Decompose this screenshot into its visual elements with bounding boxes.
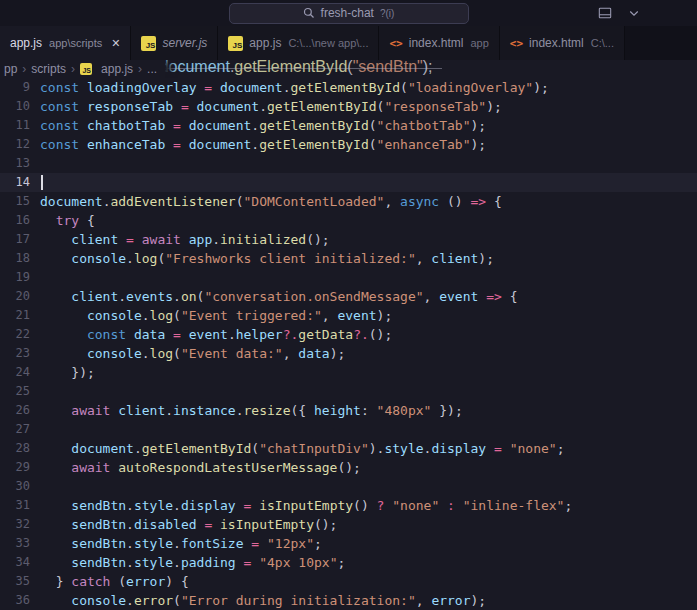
code-token: ); xyxy=(478,251,494,266)
line-number[interactable]: 34 xyxy=(0,553,30,572)
code-token xyxy=(40,232,71,247)
line-number[interactable]: 28 xyxy=(0,439,30,458)
code-line[interactable]: 33 sendBtn.style.fontSize = "12px"; xyxy=(0,534,697,553)
code-line[interactable]: 32 sendBtn.disabled = isInputEmpty(); xyxy=(0,515,697,534)
code-token xyxy=(40,593,71,608)
code-line[interactable]: 29 await autoRespondLatestUserMessage(); xyxy=(0,458,697,477)
line-number[interactable]: 29 xyxy=(0,458,30,477)
line-number[interactable]: 21 xyxy=(0,306,30,325)
line-number[interactable]: 25 xyxy=(0,382,30,401)
code-line[interactable]: 27 xyxy=(0,420,697,439)
code-line[interactable]: 13 xyxy=(0,154,697,173)
close-icon[interactable]: ✕ xyxy=(111,37,120,50)
code-line[interactable]: 25 xyxy=(0,382,697,401)
code-line[interactable]: 36 console.error("Error during initializ… xyxy=(0,591,697,610)
line-number[interactable]: 11 xyxy=(0,116,30,135)
code-token: ?. xyxy=(353,327,369,342)
editor-tab[interactable]: <>index.htmlC:\... xyxy=(500,26,625,60)
chevron-down-icon[interactable] xyxy=(628,7,640,19)
line-number[interactable]: 24 xyxy=(0,363,30,382)
code-line[interactable]: 11const chatbotTab = document.getElement… xyxy=(0,116,697,135)
editor-tab[interactable]: <>index.htmlapp xyxy=(379,26,499,60)
line-number[interactable]: 15 xyxy=(0,192,30,211)
code-token: catch xyxy=(71,574,110,589)
code-token: . xyxy=(134,441,142,456)
code-token: log xyxy=(150,308,173,323)
line-number[interactable]: 20 xyxy=(0,287,30,306)
code-token: . xyxy=(142,346,150,361)
code-text: } catch (error) { xyxy=(40,572,189,591)
code-token: style xyxy=(384,441,423,456)
line-number[interactable]: 23 xyxy=(0,344,30,363)
line-number[interactable]: 14 xyxy=(0,173,30,192)
code-token: { xyxy=(79,213,95,228)
breadcrumb-item[interactable]: ... xyxy=(147,62,157,76)
code-line[interactable]: 35 } catch (error) { xyxy=(0,572,697,591)
code-line[interactable]: 20 client.events.on("conversation.onSend… xyxy=(0,287,697,306)
code-line[interactable]: 10const responseTab = document.getElemen… xyxy=(0,97,697,116)
layout-panel-icon[interactable] xyxy=(598,6,612,20)
code-line[interactable]: 34 sendBtn.style.padding = "4px 10px"; xyxy=(0,553,697,572)
code-token: () xyxy=(353,498,369,513)
code-area[interactable]: 9const loadingOverlay = document.getElem… xyxy=(0,78,697,610)
line-number[interactable]: 27 xyxy=(0,420,30,439)
code-line[interactable]: 18 console.log("Freshworks client initia… xyxy=(0,249,697,268)
breadcrumb-item[interactable]: scripts xyxy=(31,62,66,76)
code-text: }); xyxy=(40,363,95,382)
line-number[interactable]: 22 xyxy=(0,325,30,344)
code-line[interactable]: 19 xyxy=(0,268,697,287)
code-token: = xyxy=(118,232,141,247)
line-number[interactable]: 31 xyxy=(0,496,30,515)
tab-description: app\scripts xyxy=(49,37,102,49)
line-number[interactable]: 26 xyxy=(0,401,30,420)
editor-tab[interactable]: JSapp.jsC:\...\new app\... xyxy=(218,26,379,60)
js-file-icon: JS xyxy=(141,36,156,51)
code-token: (); xyxy=(369,327,392,342)
code-token: . xyxy=(251,137,259,152)
line-number[interactable]: 33 xyxy=(0,534,30,553)
line-number[interactable]: 19 xyxy=(0,268,30,287)
code-line[interactable]: 26 await client.instance.resize({ height… xyxy=(0,401,697,420)
code-line[interactable]: 12const enhanceTab = document.getElement… xyxy=(0,135,697,154)
code-line[interactable]: 31 sendBtn.style.display = isInputEmpty(… xyxy=(0,496,697,515)
breadcrumb-item[interactable]: app.js xyxy=(101,62,133,76)
code-text: const data = event.helper?.getData?.(); xyxy=(40,325,392,344)
line-number[interactable]: 9 xyxy=(0,78,30,97)
code-token: "4px 10px" xyxy=(259,555,337,570)
line-number[interactable]: 13 xyxy=(0,154,30,173)
line-number[interactable]: 35 xyxy=(0,572,30,591)
code-line[interactable]: 24 }); xyxy=(0,363,697,382)
code-token: data xyxy=(298,346,329,361)
code-token: fontSize xyxy=(181,536,244,551)
code-line[interactable]: 17 client = await app.initialized(); xyxy=(0,230,697,249)
code-token: = xyxy=(173,99,196,114)
code-text: await client.instance.resize({ height: "… xyxy=(40,401,463,420)
code-token: }); xyxy=(71,365,94,380)
line-number[interactable]: 18 xyxy=(0,249,30,268)
code-line[interactable]: 22 const data = event.helper?.getData?.(… xyxy=(0,325,697,344)
line-number[interactable]: 17 xyxy=(0,230,30,249)
editor-tab[interactable]: JSserver.js xyxy=(131,26,218,60)
line-number[interactable]: 30 xyxy=(0,477,30,496)
line-number[interactable]: 12 xyxy=(0,135,30,154)
code-token: client xyxy=(71,289,118,304)
line-number[interactable]: 10 xyxy=(0,97,30,116)
line-number[interactable]: 16 xyxy=(0,211,30,230)
code-token: = xyxy=(197,517,220,532)
code-line[interactable]: 23 console.log("Event data:", data); xyxy=(0,344,697,363)
line-number[interactable]: 32 xyxy=(0,515,30,534)
code-line[interactable]: 28 document.getElementById("chatInputDiv… xyxy=(0,439,697,458)
code-line[interactable]: 16 try { xyxy=(0,211,697,230)
code-line[interactable]: 9const loadingOverlay = document.getElem… xyxy=(0,78,697,97)
code-line[interactable]: 21 console.log("Event triggered:", event… xyxy=(0,306,697,325)
line-number[interactable]: 36 xyxy=(0,591,30,610)
editor-tab[interactable]: app.jsapp\scripts✕ xyxy=(0,26,131,60)
code-token: . xyxy=(236,403,244,418)
code-line[interactable]: 30 xyxy=(0,477,697,496)
code-line[interactable]: 15document.addEventListener("DOMContentL… xyxy=(0,192,697,211)
code-token: const xyxy=(40,118,87,133)
code-line[interactable]: 14 xyxy=(0,173,697,192)
command-center[interactable]: fresh-chat ?(i) xyxy=(229,3,469,24)
breadcrumb-item[interactable]: pp xyxy=(4,62,17,76)
code-token: , xyxy=(384,194,400,209)
